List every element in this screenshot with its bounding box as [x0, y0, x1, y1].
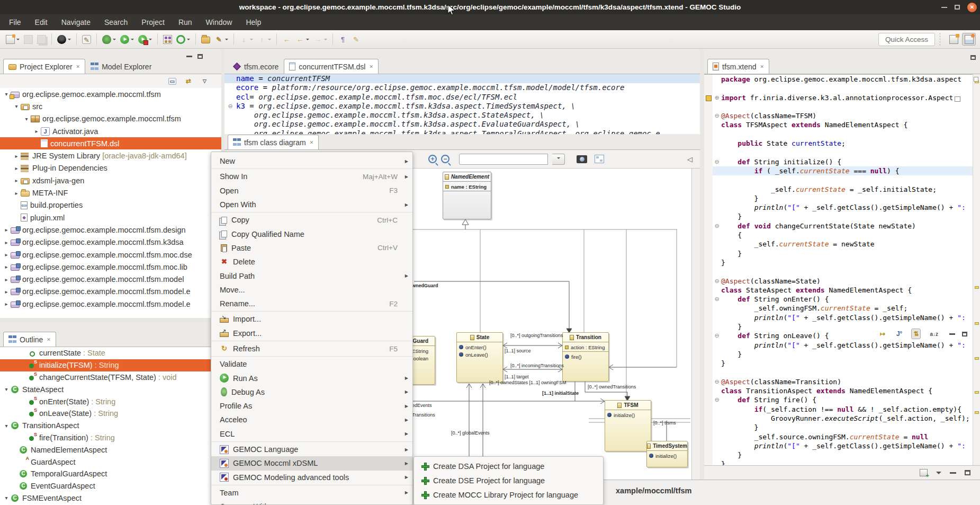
expanded-arrow-icon[interactable]: ▾ [2, 386, 11, 392]
menu-item-profile-as[interactable]: Profile As▶ [211, 399, 412, 413]
pilcrow-button[interactable] [337, 33, 349, 46]
export-image-icon[interactable] [577, 155, 587, 163]
outline-item-stateaspect[interactable]: ▾StateAspect [0, 383, 221, 395]
ruler-marker[interactable] [975, 391, 979, 394]
collapsed-arrow-icon[interactable]: ▸ [32, 128, 41, 134]
select-diagram-icon[interactable] [595, 155, 604, 163]
nextann-button[interactable] [256, 33, 273, 46]
menu-item-compare-with[interactable]: Compare With▶ [211, 500, 412, 505]
tree-item-org-eclipse-gemoc-example-moccml-tfsm-design[interactable]: ▸org.eclipse.gemoc.example.moccml.tfsm.d… [0, 224, 221, 236]
tree-item-org-eclipse-gemoc-example-moccml-tfsm[interactable]: ▾org.eclipse.gemoc.example.moccml.tfsm [0, 88, 221, 100]
open-perspective-button[interactable] [947, 33, 960, 46]
ruler-marker[interactable] [975, 357, 979, 360]
outline-item-initialize-tfsm[interactable]: initialize(TFSM) : String [0, 359, 221, 371]
menu-item-copy-qualified-name[interactable]: Copy Qualified Name [211, 227, 412, 241]
code-line[interactable]: println("[" + _self.getClass().getSimple… [704, 203, 980, 212]
collapsed-arrow-icon[interactable]: ▸ [12, 165, 21, 171]
menu-item-acceleo[interactable]: Acceleo▶ [211, 413, 412, 427]
code-line[interactable] [704, 267, 980, 276]
feather-button[interactable] [350, 33, 362, 46]
ruler-marker[interactable] [975, 322, 979, 325]
collapsed-arrow-icon[interactable]: ▸ [2, 240, 11, 245]
menu-item-refresh[interactable]: RefreshF5 [211, 342, 412, 356]
code-line[interactable]: ⊖k3 = org.eclipse.gemoc.example.moccml.t… [224, 102, 700, 111]
maximize-bottom-icon[interactable] [965, 470, 970, 475]
operation[interactable]: fire() [563, 353, 608, 360]
outline-item-onleave-state[interactable]: onLeave(State) : String [0, 407, 221, 420]
dropdown-arrow-icon[interactable] [113, 39, 116, 42]
tab-tfsm-xtend[interactable]: tfsm.xtend✕ [707, 59, 769, 74]
code-line[interactable]: name = concurrentTFSM [224, 74, 700, 83]
code-line[interactable] [704, 368, 980, 377]
quick-access-button[interactable]: Quick Access [878, 33, 935, 46]
backy-button[interactable] [281, 33, 293, 46]
fold-open-icon[interactable]: ⊖ [713, 222, 721, 231]
menubar-item-file[interactable]: File [2, 14, 28, 30]
menu-item-gemoc-language[interactable]: GEMOC Language▶ [211, 442, 412, 456]
code-line[interactable]: class TransitionAspect extends NamedElem… [704, 386, 980, 395]
tree-item-build-properties[interactable]: build.properties [0, 199, 221, 211]
outline-item-temporalguardaspect[interactable]: TemporalGuardAspect [0, 468, 221, 480]
code-line[interactable]: } [704, 423, 980, 432]
run-button[interactable] [119, 33, 136, 46]
tree-item-concurrenttfsm-dsl[interactable]: concurrentTFSM.dsl [0, 137, 221, 149]
collapsed-arrow-icon[interactable]: ▸ [2, 264, 11, 270]
tree-item-org-eclipse-gemoc-example-moccml-tfsm-k3dsa[interactable]: ▸org.eclipse.gemoc.example.moccml.tfsm.k… [0, 236, 221, 249]
fold-open-icon[interactable]: ⊖ [713, 377, 721, 386]
outline-item-namedelementaspect[interactable]: NamedElementAspect [0, 444, 221, 456]
code-line[interactable] [704, 175, 980, 184]
newwiz-button[interactable] [175, 33, 192, 46]
menu-item-paste[interactable]: PasteCtrl+V [211, 241, 412, 255]
code-line[interactable]: ecl= org.eclipse.gemoc.example.moccml.tf… [224, 93, 700, 102]
menu-item-delete[interactable]: Delete [211, 255, 412, 269]
code-line[interactable]: println("[" + _self.getClass().getSimple… [704, 313, 980, 322]
menu-item-open[interactable]: OpenF3 [211, 184, 412, 198]
operation[interactable]: initialize() [605, 411, 651, 419]
code-line[interactable]: } [704, 194, 980, 203]
collapsed-arrow-icon[interactable]: ▸ [2, 289, 11, 295]
menu-item-open-with[interactable]: Open With▶ [211, 198, 412, 211]
back-button[interactable] [294, 33, 311, 46]
menubar-item-edit[interactable]: Edit [28, 14, 55, 30]
code-line[interactable]: _self.currentState = newState [704, 240, 980, 249]
expanded-arrow-icon[interactable]: ▾ [2, 495, 11, 501]
attribute[interactable]: action : EString [563, 343, 608, 351]
menubar-item-window[interactable]: Window [199, 14, 239, 30]
menubar-item-project[interactable]: Project [134, 14, 172, 30]
menu-item-gemoc-modeling-advanced-tools[interactable]: GEMOC Modeling advanced tools▶ [211, 471, 412, 484]
code-line[interactable]: GroovyRunner.executeScript(_self.action,… [704, 414, 980, 423]
tree-item-org-eclipse-gemoc-example-moccml-tfsm[interactable]: ▾org.eclipse.gemoc.example.moccml.tfsm [0, 113, 221, 125]
menu-item-validate[interactable]: Validate [211, 357, 412, 371]
submenu-item-create-mocc-library-project-for-language[interactable]: Create MOCC Library Project for language [414, 488, 603, 502]
operation[interactable]: onEnter() [457, 343, 502, 351]
right-sash[interactable] [700, 49, 704, 505]
code-line[interactable]: ⊖@Aspect(className=Transition) [704, 377, 980, 386]
maximize-icon[interactable] [955, 5, 960, 10]
xtend-editor[interactable]: package org.eclipse.gemoc.example.moccml… [704, 74, 980, 465]
outline-item-transitionaspect[interactable]: ▾TransitionAspect [0, 420, 221, 432]
code-line[interactable]: if ( _self.currentState === null) { [704, 166, 980, 175]
tree-item-src[interactable]: ▾src [0, 100, 221, 112]
minimize-bottom-icon[interactable] [950, 472, 956, 474]
minimize-outline-icon[interactable] [949, 333, 955, 335]
outline-item-eventguardaspect[interactable]: EventGuardAspect [0, 480, 221, 492]
code-line[interactable]: package org.eclipse.gemoc.example.moccml… [704, 75, 980, 84]
palette-collapse-icon[interactable]: ◁ [687, 155, 693, 163]
code-line[interactable]: ⊖@Aspect(className=State) [704, 277, 980, 286]
saveall-button[interactable] [35, 33, 48, 46]
code-line[interactable]: org.eclipse.gemoc.example.moccml.tfsm.k3… [224, 129, 700, 134]
fold-open-icon[interactable]: ⊖ [713, 111, 721, 120]
collapse-all-icon[interactable]: ▭ [168, 78, 176, 85]
overview-ruler[interactable] [973, 74, 980, 465]
dropdown-arrow-icon[interactable] [306, 39, 309, 42]
code-line[interactable]: ⊖@Aspect(className=TFSM) [704, 111, 980, 120]
menu-item-copy[interactable]: CopyCtrl+C [211, 213, 412, 227]
menubar-item-search[interactable]: Search [97, 14, 134, 30]
code-line[interactable]: org.eclipse.gemoc.example.moccml.tfsm.k3… [224, 120, 700, 129]
dropdown-arrow-icon[interactable] [149, 39, 152, 42]
runlast-button[interactable] [137, 33, 154, 46]
code-line[interactable]: class StateAspect extends NamedElementAs… [704, 286, 980, 295]
menu-item-move[interactable]: Move... [211, 283, 412, 297]
outline-item-changecurrentstate-tfsm-state[interactable]: changeCurrentState(TFSM, State) : void [0, 371, 221, 384]
dropdown-arrow-icon[interactable] [225, 39, 228, 42]
